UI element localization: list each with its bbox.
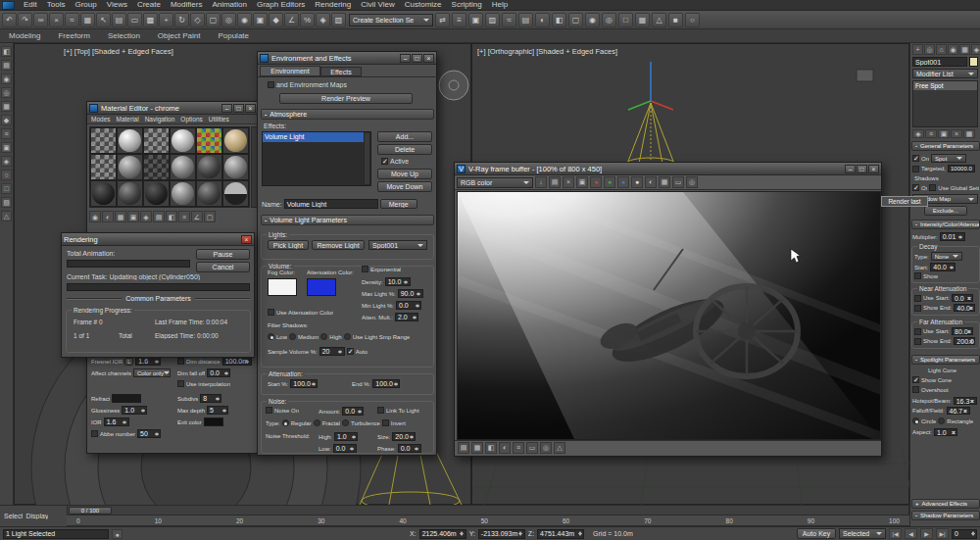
light-type-dropdown[interactable]: Spot — [931, 154, 966, 163]
select-by-name-icon[interactable]: ▤ — [112, 13, 126, 27]
maximize-button[interactable]: □ — [233, 104, 244, 113]
select-and-rotate-icon[interactable]: ↻ — [174, 13, 189, 27]
menu-item[interactable]: Animation — [207, 0, 252, 10]
filter-low-radio[interactable] — [268, 333, 274, 340]
show-map-icon[interactable]: ≡ — [178, 211, 190, 222]
rectangle-radio[interactable] — [938, 417, 945, 424]
left-toolbar-icon[interactable]: ◈ — [1, 156, 12, 167]
layer-manager-icon[interactable]: ▣ — [468, 13, 483, 27]
left-toolbar-icon[interactable]: □ — [1, 183, 12, 194]
put-material-icon[interactable]: ◐ — [102, 211, 114, 222]
material-slot[interactable] — [196, 154, 222, 180]
rollout-intensity-color-attenuation[interactable]: Intensity/Color/Attenuation — [911, 220, 980, 229]
density-field[interactable]: 10.0 — [385, 277, 411, 286]
named-selection-dropdown[interactable]: Create Selection Se — [349, 14, 433, 26]
menu-item[interactable]: Views — [102, 0, 132, 10]
scene-explorer-icon[interactable]: ▦ — [635, 13, 650, 27]
material-slot[interactable] — [117, 180, 143, 207]
material-slot[interactable] — [196, 127, 222, 154]
max-depth-field[interactable]: 5 — [207, 406, 228, 415]
use-global-checkbox[interactable] — [929, 184, 936, 191]
isolate-selection-icon[interactable]: □ — [618, 13, 633, 27]
undo-view-icon[interactable]: ○ — [685, 13, 700, 27]
exit-color-swatch[interactable] — [204, 417, 223, 426]
attenuation-end-field[interactable]: 100.0 — [372, 379, 400, 388]
utilities-tab-icon[interactable]: ◈ — [971, 44, 980, 55]
shadows-on-checkbox[interactable] — [912, 184, 919, 191]
bind-to-space-warp-icon[interactable]: ≈ — [65, 13, 79, 27]
attenuation-start-field[interactable]: 100.0 — [290, 379, 318, 388]
material-slot[interactable] — [222, 127, 249, 154]
show-cone-checkbox[interactable] — [912, 376, 919, 383]
minimize-button[interactable]: – — [400, 54, 411, 63]
filter-high-radio[interactable] — [320, 333, 327, 340]
dim-distance-checkbox[interactable] — [177, 358, 184, 365]
make-unique-icon[interactable]: ▣ — [938, 129, 950, 138]
keyboard-override-icon[interactable]: ▣ — [253, 13, 268, 27]
stereo-icon[interactable]: △ — [554, 442, 565, 454]
left-toolbar-icon[interactable]: ◎ — [1, 87, 12, 98]
modifier-stack[interactable]: Free Spot — [912, 80, 978, 127]
close-button[interactable]: × — [241, 235, 252, 244]
render-preview-button[interactable]: Render Preview — [279, 93, 413, 104]
decay-type-dropdown[interactable]: None — [931, 252, 962, 261]
ribbon-tab[interactable]: Populate — [209, 29, 258, 42]
select-and-move-icon[interactable]: + — [159, 13, 173, 27]
rollout-atmosphere[interactable]: Atmosphere — [261, 109, 434, 120]
vfb-titlebar[interactable]: V V-Ray frame buffer - [100% of 800 x 45… — [455, 163, 881, 175]
motion-tab-icon[interactable]: ◉ — [948, 44, 958, 55]
exponential-checkbox[interactable] — [362, 266, 368, 272]
pause-button[interactable]: Pause — [196, 249, 250, 260]
left-toolbar-icon[interactable]: ▧ — [1, 197, 12, 208]
previous-frame-icon[interactable]: ◀ — [905, 528, 917, 539]
sample-volume-field[interactable]: 20 — [319, 347, 345, 356]
make-unique-icon[interactable]: ◈ — [140, 211, 152, 222]
effects-list[interactable]: Volume Light — [262, 131, 371, 186]
fresnel-lock-button[interactable]: L — [124, 358, 133, 366]
modify-tab-icon[interactable]: ◎ — [924, 44, 935, 55]
schematic-view-icon[interactable]: ▤ — [518, 13, 533, 27]
refract-color-swatch[interactable] — [112, 394, 141, 403]
percent-snap-icon[interactable]: % — [300, 13, 315, 27]
tab-effects[interactable]: Effects — [320, 67, 362, 76]
filter-medium-radio[interactable] — [289, 333, 296, 340]
noise-amount-field[interactable]: 0.0 — [342, 407, 364, 416]
left-toolbar-icon[interactable]: ▤ — [1, 60, 12, 71]
effects-list-scrollbar[interactable] — [364, 132, 370, 185]
atten-mult-field[interactable]: 2.0 — [395, 313, 418, 321]
z-coordinate-field[interactable]: 4751.443m — [537, 529, 584, 539]
circle-radio[interactable] — [912, 417, 919, 424]
redo-icon[interactable]: ↷ — [18, 13, 32, 27]
pick-light-button[interactable]: Pick Light — [268, 240, 309, 250]
material-editor-menu-item[interactable]: Utilities — [206, 115, 232, 124]
keying-mode-dropdown[interactable]: Selected — [839, 528, 886, 539]
ribbon-tab[interactable]: Freeform — [49, 29, 98, 42]
material-editor-menu-item[interactable]: Material — [114, 115, 142, 124]
attenuation-color-swatch[interactable] — [307, 278, 336, 296]
delete-effect-button[interactable]: Delete — [377, 144, 432, 155]
aspect-field[interactable]: 1.0 — [934, 428, 957, 436]
left-toolbar-icon[interactable]: ◆ — [1, 115, 12, 125]
go-to-end-icon[interactable]: ▶| — [936, 528, 949, 539]
pin-stack-icon[interactable]: ◈ — [912, 129, 924, 138]
min-light-field[interactable]: 0.0 — [396, 301, 421, 310]
display-tab-icon[interactable]: ▦ — [959, 44, 970, 55]
reference-coordinate-icon[interactable]: ▢ — [206, 13, 220, 27]
show-end-result-icon[interactable]: ≡ — [925, 129, 937, 138]
select-tab[interactable]: Select — [4, 513, 23, 519]
red-channel-icon[interactable]: ● — [590, 176, 602, 188]
material-slot[interactable] — [143, 180, 170, 207]
far-start-field[interactable]: 80.0 — [952, 327, 973, 335]
threshold-low-field[interactable]: 0.0 — [333, 444, 357, 453]
rollout-volume-light-parameters[interactable]: Volume Light Parameters — [261, 215, 434, 225]
cancel-button[interactable]: Cancel — [196, 262, 250, 272]
object-color-swatch[interactable] — [969, 57, 978, 67]
menu-item[interactable]: Customize — [400, 0, 447, 10]
render-iterative-icon[interactable]: ◎ — [602, 13, 616, 27]
move-up-button[interactable]: Move Up — [377, 169, 432, 179]
material-slot[interactable] — [143, 154, 170, 180]
remove-modifier-icon[interactable]: × — [951, 129, 962, 138]
max-light-field[interactable]: 90.0 — [398, 289, 423, 298]
background-icon[interactable]: ▭ — [526, 442, 538, 454]
auto-checkbox[interactable] — [347, 348, 354, 355]
